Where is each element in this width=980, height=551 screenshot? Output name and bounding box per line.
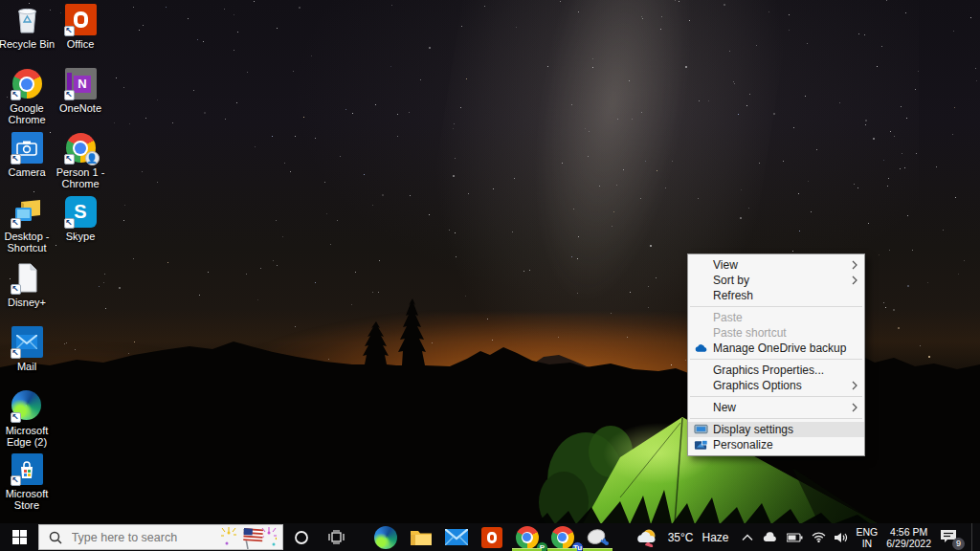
desktop-icon-onenote[interactable]: N ↖ OneNote bbox=[46, 68, 115, 114]
shortcut-arrow: ↖ bbox=[11, 218, 21, 229]
volume-icon[interactable] bbox=[835, 532, 848, 543]
taskbar: P Tu 35°C Haze bbox=[0, 523, 980, 551]
desktop-icon-person1-chrome[interactable]: 👤 ↖ Person 1 - Chrome bbox=[46, 132, 115, 189]
menu-item-label: Refresh bbox=[713, 289, 753, 302]
language-indicator[interactable]: ENG IN bbox=[857, 526, 879, 549]
show-desktop-button[interactable] bbox=[971, 523, 975, 551]
language-code: ENG bbox=[857, 526, 879, 538]
menu-item-graphics-properties[interactable]: Graphics Properties... bbox=[688, 363, 864, 378]
desktop-icon-office[interactable]: ↖ Office bbox=[46, 4, 115, 50]
chrome-profile-icon: 👤 ↖ bbox=[65, 132, 97, 164]
menu-item-label: Graphics Properties... bbox=[713, 364, 824, 377]
shortcut-arrow: ↖ bbox=[11, 154, 21, 165]
icon-label: OneNote bbox=[59, 102, 101, 114]
shortcut-arrow: ↖ bbox=[64, 154, 75, 165]
mail-icon: ↖ bbox=[11, 326, 43, 358]
shortcut-arrow: ↖ bbox=[11, 412, 21, 423]
onedrive-icon[interactable] bbox=[762, 532, 778, 542]
time: 4:56 PM bbox=[890, 526, 927, 538]
taskbar-app-mail[interactable] bbox=[438, 523, 474, 551]
icon-label: Camera bbox=[8, 166, 45, 178]
taskbar-app-pinned-3[interactable] bbox=[580, 523, 615, 551]
icon-label: Office bbox=[67, 38, 95, 50]
shortcut-arrow: ↖ bbox=[64, 26, 75, 36]
start-button[interactable] bbox=[0, 523, 38, 551]
skype-icon: S ↖ bbox=[65, 196, 97, 228]
app-icon bbox=[586, 527, 611, 548]
icon-label: Microsoft Store bbox=[0, 488, 61, 511]
submenu-arrow-icon bbox=[852, 403, 858, 412]
system-tray: 35°C Haze ENG IN 4:56 PM 6/29/2022 9 bbox=[636, 523, 980, 551]
taskbar-app-chrome-profile-2[interactable]: Tu bbox=[545, 523, 580, 551]
chrome-icon bbox=[516, 526, 539, 549]
mail-icon bbox=[445, 529, 468, 545]
desktop-context-menu: View Sort by Refresh Paste Paste shortcu… bbox=[687, 253, 865, 456]
menu-item-display-settings[interactable]: Display settings bbox=[688, 422, 864, 437]
menu-item-label: View bbox=[713, 258, 738, 272]
menu-item-manage-onedrive-backup[interactable]: Manage OneDrive backup bbox=[688, 341, 864, 356]
weather-condition[interactable]: Haze bbox=[702, 531, 729, 544]
desktop-icon-mail[interactable]: ↖ Mail bbox=[0, 326, 61, 372]
desktop-icon-microsoft-edge[interactable]: ↖ Microsoft Edge (2) bbox=[0, 390, 61, 448]
cortana-button[interactable] bbox=[283, 523, 319, 551]
search-input[interactable] bbox=[70, 530, 213, 545]
file-explorer-icon bbox=[410, 528, 433, 547]
menu-item-refresh[interactable]: Refresh bbox=[688, 288, 864, 303]
taskbar-app-chrome-profile-1[interactable]: P bbox=[509, 523, 545, 551]
person-badge: 👤 bbox=[85, 151, 100, 165]
office-icon: ↖ bbox=[65, 4, 97, 35]
menu-item-label: Display settings bbox=[713, 423, 793, 436]
region-code: IN bbox=[862, 538, 873, 549]
store-icon: ↖ bbox=[11, 453, 43, 485]
menu-item-label: Personalize bbox=[713, 438, 773, 452]
edge-icon bbox=[374, 526, 397, 549]
icon-label: Microsoft Edge (2) bbox=[0, 425, 61, 448]
menu-separator bbox=[690, 306, 862, 307]
shortcut-arrow: ↖ bbox=[11, 90, 21, 100]
display-settings-icon bbox=[694, 424, 708, 435]
icon-label: Disney+ bbox=[8, 297, 46, 308]
shortcut-arrow: ↖ bbox=[11, 348, 21, 359]
menu-item-sort-by[interactable]: Sort by bbox=[688, 273, 864, 288]
menu-item-paste[interactable]: Paste bbox=[688, 310, 864, 325]
taskbar-search[interactable] bbox=[38, 524, 283, 550]
notification-badge: 9 bbox=[952, 538, 965, 550]
onedrive-icon bbox=[694, 342, 708, 354]
recycle-bin-icon bbox=[11, 4, 43, 35]
wifi-icon[interactable] bbox=[812, 532, 826, 542]
task-view-button[interactable] bbox=[319, 523, 354, 551]
action-center-button[interactable]: 9 bbox=[940, 529, 961, 546]
shortcut-arrow: ↖ bbox=[11, 284, 21, 295]
menu-item-personalize[interactable]: Personalize bbox=[688, 437, 864, 452]
menu-item-paste-shortcut[interactable]: Paste shortcut bbox=[688, 325, 864, 341]
independence-day-flag-icon bbox=[221, 525, 277, 549]
personalize-icon bbox=[694, 439, 708, 451]
menu-separator bbox=[690, 359, 862, 360]
submenu-arrow-icon bbox=[852, 276, 858, 285]
taskbar-app-file-explorer[interactable] bbox=[403, 523, 438, 551]
chevron-up-icon[interactable] bbox=[742, 534, 753, 541]
desktop-icon-microsoft-store[interactable]: ↖ Microsoft Store bbox=[0, 453, 61, 511]
battery-icon[interactable] bbox=[787, 533, 803, 542]
shortcut-arrow: ↖ bbox=[64, 90, 75, 100]
taskbar-app-edge[interactable] bbox=[368, 523, 403, 551]
windows-logo-icon bbox=[12, 530, 27, 544]
menu-item-label: Paste bbox=[713, 311, 743, 324]
weather-icon bbox=[636, 528, 659, 547]
edge-icon: ↖ bbox=[11, 390, 43, 422]
menu-item-graphics-options[interactable]: Graphics Options bbox=[688, 378, 864, 393]
menu-item-new[interactable]: New bbox=[688, 400, 864, 415]
windows-desktop: Recycle Bin ↖ Office ↖ Google Chrome N ↖… bbox=[0, 0, 980, 551]
weather-temperature[interactable]: 35°C bbox=[668, 531, 694, 544]
document-icon: ↖ bbox=[11, 262, 43, 294]
desktop-folder-icon: ↖ bbox=[11, 196, 43, 228]
clock[interactable]: 4:56 PM 6/29/2022 bbox=[886, 526, 931, 549]
menu-separator bbox=[690, 418, 862, 419]
search-icon bbox=[49, 531, 62, 544]
desktop-icon-disney-plus[interactable]: ↖ Disney+ bbox=[0, 262, 61, 308]
date: 6/29/2022 bbox=[886, 538, 931, 549]
icon-label: Skype bbox=[66, 231, 96, 242]
menu-item-view[interactable]: View bbox=[688, 257, 864, 273]
desktop-icon-skype[interactable]: S ↖ Skype bbox=[46, 196, 115, 242]
taskbar-app-office[interactable] bbox=[474, 523, 509, 551]
